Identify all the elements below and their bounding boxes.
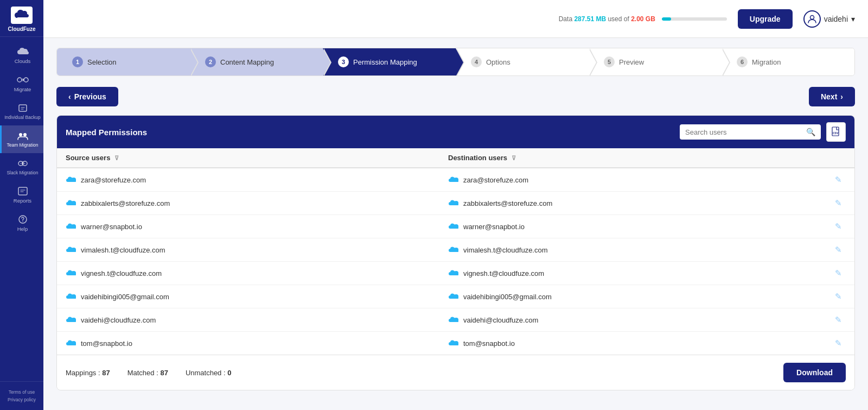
svg-text:CSV: CSV [833,131,839,135]
source-cloud-icon [66,314,76,325]
edit-cell: ✎ [822,168,854,192]
edit-mapping-button[interactable]: ✎ [832,220,845,232]
chevron-down-icon: ▾ [851,15,855,23]
step-permission-mapping[interactable]: 3 Permission Mapping [323,48,456,75]
edit-mapping-button[interactable]: ✎ [832,314,845,326]
step-number: 1 [72,56,83,67]
sidebar-item-reports[interactable]: Reports [0,181,43,209]
svg-rect-2 [19,105,27,111]
destination-email: vaidehi@cloudfuze.com [463,316,538,324]
privacy-link[interactable]: Privacy policy [8,396,36,403]
table-row: vignesh.t@cloudfuze.com vignesh.t@cloudf… [57,262,854,285]
table-row: zara@storefuze.com zara@storefuze.com ✎ [57,168,854,192]
next-button[interactable]: Next › [809,87,855,106]
previous-label: Previous [74,92,106,101]
matched-stat: Matched : 87 [127,369,168,377]
logo-icon [11,7,33,24]
svg-point-9 [22,221,23,222]
destination-user-cell: vaidehibingi005@gmail.com [439,285,822,308]
source-email: vimalesh.t@cloudfuze.com [81,246,165,254]
sidebar-item-label: Team Migration [7,142,38,148]
sidebar-logo: CloudFuze [0,0,43,37]
username-label: vaidehi [824,15,848,23]
source-users-label: Source users [66,154,110,162]
table-header: Mapped Permissions 🔍 CSV [57,116,854,148]
download-button[interactable]: Download [783,363,846,382]
source-cloud-icon [66,268,76,279]
source-user-cell: tom@snapbot.io [57,332,439,355]
sidebar-item-slack-migration[interactable]: Slack Migration [0,153,43,181]
edit-mapping-button[interactable]: ✎ [832,267,845,279]
terms-link[interactable]: Terms of use [9,388,35,396]
main-area: Data 287.51 MB used of 2.00 GB Upgrade v… [43,0,868,410]
table-title: Mapped Permissions [66,128,147,137]
source-email: zara@storefuze.com [81,176,146,184]
step-migration[interactable]: 6 Migration [722,48,854,75]
source-filter-icon[interactable]: ⊽ [114,155,119,162]
data-progress-fill [662,17,671,21]
chevron-right-icon: › [840,92,843,101]
edit-mapping-button[interactable]: ✎ [832,244,845,256]
source-cloud-icon [66,174,76,185]
table-row: vaidehibingi005@gmail.com vaidehibingi00… [57,285,854,308]
user-menu[interactable]: vaidehi ▾ [803,10,855,28]
edit-mapping-button[interactable]: ✎ [832,174,845,186]
source-cloud-icon [66,198,76,209]
destination-email: vimalesh.t@cloudfuze.com [463,246,548,254]
logo-text: CloudFuze [8,26,35,32]
sidebar-item-label: Clouds [15,58,31,64]
help-icon [17,215,29,224]
edit-mapping-button[interactable]: ✎ [832,291,845,302]
data-progress-bar [662,17,727,21]
sidebar-item-individual-backup[interactable]: Individual Backup [0,98,43,125]
destination-cloud-icon [448,174,459,185]
sidebar-item-migrate[interactable]: Migrate [0,70,43,98]
data-used: 287.51 MB [574,15,606,23]
individual-backup-icon [17,103,29,113]
destination-cloud-icon [448,338,459,349]
step-number: 6 [737,56,748,67]
step-preview[interactable]: 5 Preview [589,48,722,75]
page-content: 1 Selection 2 Content Mapping 3 Permissi… [43,38,868,410]
destination-email: warner@snapbot.io [463,223,525,231]
step-content-mapping[interactable]: 2 Content Mapping [190,48,323,75]
sidebar-item-clouds[interactable]: Clouds [0,41,43,70]
destination-user-cell: zabbixalerts@storefuze.com [439,192,822,215]
destination-filter-icon[interactable]: ⊽ [512,155,516,162]
source-cloud-icon [66,291,76,302]
edit-mapping-button[interactable]: ✎ [832,197,845,209]
step-options[interactable]: 4 Options [456,48,589,75]
destination-email: tom@snapbot.io [463,339,515,348]
svg-point-1 [24,78,28,82]
edit-mapping-button[interactable]: ✎ [832,337,845,349]
migrate-icon [17,75,29,85]
svg-point-0 [17,78,22,82]
source-user-cell: vaidehibingi005@gmail.com [57,285,439,308]
edit-cell: ✎ [822,308,854,332]
table-header-row: Source users ⊽ Destination users ⊽ [57,148,854,168]
source-user-cell: vignesh.t@cloudfuze.com [57,262,439,285]
edit-cell: ✎ [822,262,854,285]
search-input[interactable] [685,128,806,136]
csv-export-button[interactable]: CSV [826,122,846,142]
source-user-cell: zara@storefuze.com [57,168,439,192]
sidebar-item-team-migration[interactable]: Team Migration [0,125,43,153]
source-cloud-icon [66,221,76,232]
source-email: warner@snapbot.io [81,223,142,231]
matched-label: Matched : [127,369,158,377]
step-selection[interactable]: 1 Selection [57,48,190,75]
table-row: tom@snapbot.io tom@snapbot.io ✎ [57,332,854,355]
sidebar-item-help[interactable]: Help [0,209,43,237]
destination-user-cell: vimalesh.t@cloudfuze.com [439,238,822,262]
destination-user-cell: vignesh.t@cloudfuze.com [439,262,822,285]
table-row: vimalesh.t@cloudfuze.com vimalesh.t@clou… [57,238,854,262]
step-number: 2 [205,56,216,67]
mappings-value: 87 [102,369,110,377]
destination-users-column-header: Destination users ⊽ [439,148,822,168]
edit-cell: ✎ [822,238,854,262]
table-footer: Mappings : 87 Matched : 87 Unmatched : 0… [57,355,854,390]
upgrade-button[interactable]: Upgrade [738,9,793,29]
destination-cloud-icon [448,244,459,255]
previous-button[interactable]: ‹ Previous [56,87,118,106]
unmatched-stat: Unmatched : 0 [186,369,232,377]
